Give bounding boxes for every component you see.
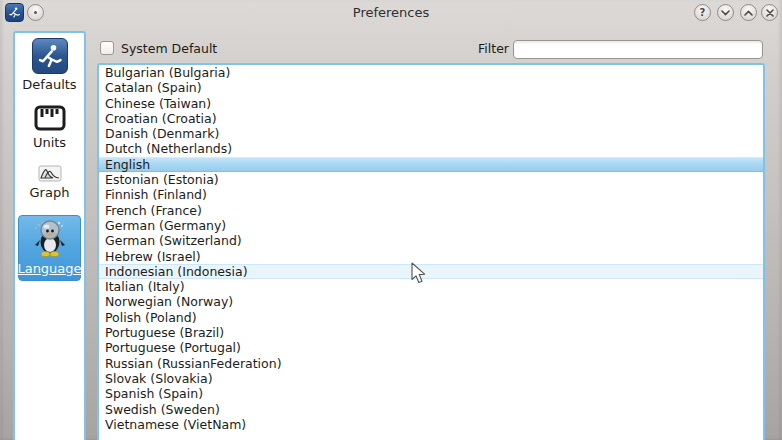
- chevron-down-icon: [721, 10, 730, 16]
- filter-input[interactable]: [513, 40, 763, 59]
- sidebar-item-label: Language: [17, 261, 81, 276]
- sidebar-item-defaults[interactable]: Defaults: [15, 38, 84, 92]
- language-row[interactable]: Portuguese (Portugal): [99, 340, 763, 355]
- window-title: Preferences: [0, 5, 782, 20]
- language-row[interactable]: Polish (Poland): [99, 310, 763, 325]
- chevron-up-icon: [744, 10, 753, 16]
- filter-label: Filter: [478, 41, 509, 56]
- maximize-button[interactable]: [740, 4, 757, 21]
- shade-button[interactable]: [717, 4, 734, 21]
- language-row[interactable]: German (Germany): [99, 218, 763, 233]
- close-button[interactable]: [761, 4, 778, 21]
- language-row[interactable]: Russian (RussianFederation): [99, 356, 763, 371]
- sidebar-item-label: Units: [33, 135, 66, 150]
- language-row[interactable]: Italian (Italy): [99, 279, 763, 294]
- graph-icon: [38, 164, 62, 182]
- ruler-icon: [34, 104, 66, 132]
- language-row[interactable]: Spanish (Spain): [99, 386, 763, 401]
- language-row[interactable]: French (France): [99, 203, 763, 218]
- system-default-label: System Default: [121, 41, 217, 56]
- close-icon: [766, 9, 774, 17]
- language-row[interactable]: Danish (Denmark): [99, 126, 763, 141]
- preferences-window: { "window": { "title": "Preferences" }, …: [0, 0, 782, 440]
- sidebar-item-label: Graph: [30, 185, 70, 200]
- sidebar-category-list: Defaults Units Graph Language: [13, 31, 86, 440]
- language-row[interactable]: German (Switzerland): [99, 233, 763, 248]
- language-row[interactable]: Slovak (Slovakia): [99, 371, 763, 386]
- language-row[interactable]: Chinese (Taiwan): [99, 96, 763, 111]
- sidebar-item-units[interactable]: Units: [15, 104, 84, 150]
- language-row[interactable]: Indonesian (Indonesia): [99, 264, 763, 279]
- language-row[interactable]: Estonian (Estonia): [99, 172, 763, 187]
- language-row[interactable]: Vietnamese (VietNam): [99, 417, 763, 432]
- language-row[interactable]: Norwegian (Norway): [99, 294, 763, 309]
- language-row[interactable]: Finnish (Finland): [99, 187, 763, 202]
- language-row[interactable]: Catalan (Spain): [99, 80, 763, 95]
- language-row[interactable]: Portuguese (Brazil): [99, 325, 763, 340]
- language-row[interactable]: Swedish (Sweden): [99, 402, 763, 417]
- sidebar-item-label: Defaults: [22, 77, 76, 92]
- language-row[interactable]: Hebrew (Israel): [99, 249, 763, 264]
- system-default-checkbox[interactable]: [100, 41, 114, 55]
- language-row[interactable]: Croatian (Croatia): [99, 111, 763, 126]
- language-list: Bulgarian (Bulgaria)Catalan (Spain)Chine…: [97, 63, 765, 440]
- sidebar-item-graph[interactable]: Graph: [15, 164, 84, 200]
- language-row[interactable]: Dutch (Netherlands): [99, 141, 763, 156]
- help-button[interactable]: ?: [694, 4, 711, 21]
- sidebar-item-language[interactable]: Language: [18, 215, 81, 281]
- diver-icon: [32, 38, 68, 74]
- titlebar: Preferences ?: [0, 0, 782, 26]
- language-row[interactable]: English: [99, 157, 763, 172]
- question-icon: ?: [700, 8, 706, 18]
- penguin-icon: [31, 218, 69, 258]
- language-row[interactable]: Bulgarian (Bulgaria): [99, 65, 763, 80]
